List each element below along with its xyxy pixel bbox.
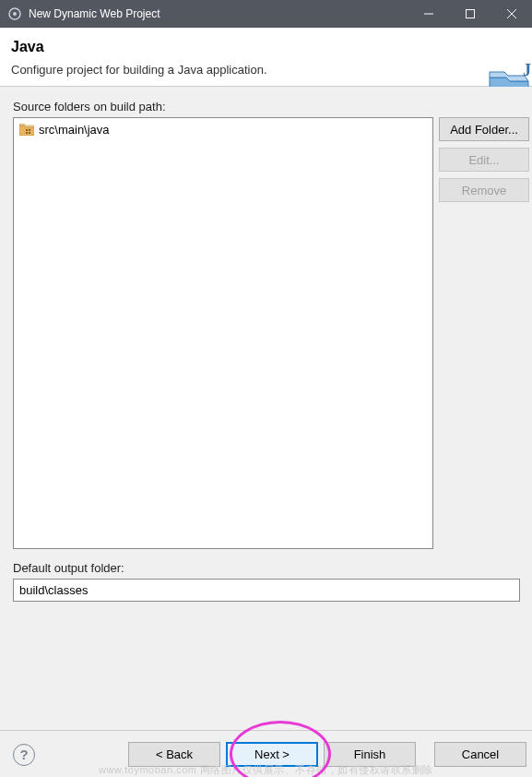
page-description: Configure project for building a Java ap… xyxy=(11,63,517,77)
page-title: Java xyxy=(11,39,517,55)
finish-button[interactable]: Finish xyxy=(324,742,416,767)
tree-item-label: src\main\java xyxy=(39,123,110,137)
source-folders-tree[interactable]: src\main\java xyxy=(13,117,433,549)
close-button[interactable] xyxy=(491,0,532,28)
window-titlebar: New Dynamic Web Project xyxy=(0,0,532,28)
svg-rect-8 xyxy=(29,129,30,131)
svg-rect-7 xyxy=(26,129,28,131)
svg-rect-9 xyxy=(26,132,28,134)
svg-point-1 xyxy=(13,12,17,16)
wizard-banner: Java Configure project for building a Ja… xyxy=(0,28,532,87)
next-button[interactable]: Next > xyxy=(226,742,318,767)
window-controls xyxy=(408,0,532,28)
edit-button: Edit... xyxy=(439,148,529,172)
maximize-button[interactable] xyxy=(449,0,491,28)
minimize-button[interactable] xyxy=(408,0,449,28)
wizard-footer: ? < Back Next > Finish Cancel xyxy=(0,730,532,777)
window-title: New Dynamic Web Project xyxy=(29,7,408,20)
package-folder-icon xyxy=(19,124,34,136)
app-icon xyxy=(7,6,22,21)
output-folder-label: Default output folder: xyxy=(13,561,532,575)
help-icon[interactable]: ? xyxy=(13,744,35,766)
back-button[interactable]: < Back xyxy=(128,742,220,767)
output-folder-input[interactable] xyxy=(13,579,520,602)
remove-button: Remove xyxy=(439,178,529,202)
add-folder-button[interactable]: Add Folder... xyxy=(439,117,529,141)
wizard-content: Source folders on build path: src\main\j… xyxy=(0,87,532,777)
svg-rect-10 xyxy=(29,132,30,134)
svg-text:J: J xyxy=(523,63,531,79)
tree-item[interactable]: src\main\java xyxy=(19,121,427,138)
svg-rect-3 xyxy=(466,10,474,18)
source-folders-label: Source folders on build path: xyxy=(13,100,532,114)
cancel-button[interactable]: Cancel xyxy=(434,742,526,767)
